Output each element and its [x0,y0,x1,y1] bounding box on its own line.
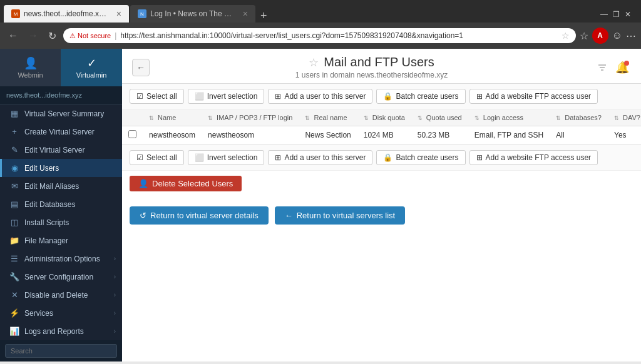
forward-nav-button[interactable]: → [25,29,41,43]
batch-create-label-bottom: Batch create users [396,153,458,162]
th-checkbox [122,109,143,126]
tab-close-inactive[interactable]: × [243,9,248,19]
sidebar-item-disable-and-delete[interactable]: ✕ Disable and Delete › [0,286,122,304]
sidebar-item-file-manager[interactable]: 📁 File Manager [0,231,122,250]
th-realname: ⇅ Real name [299,109,357,126]
edit-databases-icon: ▤ [9,200,19,209]
create-virtual-server-icon: + [9,127,19,136]
address-bar-row: ← → ↻ ⚠ Not secure | ☆ ☆ A ☺ ⋯ [0,23,641,49]
sidebar-item-virtual-server-summary[interactable]: ▦ Virtual Server Summary [0,104,122,123]
add-ftp-button-top[interactable]: ⊞ Add a website FTP access user [469,89,598,104]
add-ftp-label-top: Add a website FTP access user [486,92,592,101]
filter-button[interactable] [593,59,611,76]
page-title-text: Mail and FTP Users [324,55,434,69]
bookmark-icon[interactable]: ☆ [562,31,570,41]
star-icon[interactable]: ☆ [309,56,319,69]
sort-icon-dav: ⇅ [614,115,619,121]
sidebar-item-install-scripts[interactable]: ◫ Install Scripts [0,213,122,231]
page-subtitle: 1 users in domain news.theothersideofme.… [150,71,593,79]
add-user-button-bottom[interactable]: ⊞ Add a user to this server [268,150,372,165]
close-window-button[interactable]: ✕ [625,10,631,19]
sidebar-item-label: Edit Databases [24,200,75,209]
delete-icon: 👤 [138,179,148,188]
sort-icon-quotaused: ⇅ [418,115,423,121]
sort-icon-loginaccess: ⇅ [474,115,479,121]
cell-loginaccess: Email, FTP and SSH [468,126,550,144]
back-button[interactable]: ← [132,59,150,76]
select-all-label-top: Select all [146,92,177,101]
extensions-button[interactable]: ☆ [580,30,588,42]
address-bar[interactable]: ⚠ Not secure | ☆ [63,28,576,43]
webmin-icon: 👤 [5,56,56,70]
minimize-button[interactable]: — [600,10,608,19]
sidebar-item-create-virtual-server[interactable]: + Create Virtual Server [0,123,122,141]
page-title: ☆ Mail and FTP Users [150,55,593,69]
main-inner: ← ☆ Mail and FTP Users 1 users in domain… [122,49,641,361]
webmin-label: Webmin [5,71,56,79]
delete-label: Delete Selected Users [152,179,233,188]
delete-button-row: 👤 Delete Selected Users [122,170,641,196]
sidebar-item-edit-users[interactable]: ◉ Edit Users [0,159,122,177]
add-ftp-button-bottom[interactable]: ⊞ Add a website FTP access user [469,150,598,165]
sidebar-item-server-configuration[interactable]: 🔧 Server Configuration › [0,268,122,286]
add-ftp-label-bottom: Add a website FTP access user [486,153,592,162]
top-toolbar: ☑ Select all ⬜ Invert selection ⊞ Add a … [122,84,641,109]
sidebar-item-edit-virtual-server[interactable]: ✎ Edit Virtual Server [0,141,122,159]
add-ftp-icon-top: ⊞ [476,92,483,101]
menu-button[interactable]: ⋯ [626,30,636,42]
sort-icon-login: ⇅ [208,115,213,121]
new-tab-button[interactable]: + [257,9,271,23]
return-to-servers-list-button[interactable]: ← Return to virtual servers list [275,206,406,225]
add-user-label-bottom: Add a user to this server [284,153,366,162]
disable-and-delete-arrow: › [114,291,116,298]
delete-selected-users-button[interactable]: 👤 Delete Selected Users [130,176,242,191]
notification-bell-button[interactable]: 🔔 [613,59,631,76]
return-to-server-details-button[interactable]: ↺ Return to virtual server details [130,206,269,225]
sort-icon-realname: ⇅ [305,115,310,121]
webmin-tab[interactable]: 👤 Webmin [0,49,61,86]
bottom-toolbar: ☑ Select all ⬜ Invert selection ⊞ Add a … [122,144,641,170]
browser-tab-active[interactable]: M news.theot...ideofme.xyz - Mail ... × [4,5,129,23]
batch-create-label: Batch create users [396,92,458,101]
select-all-button-bottom[interactable]: ☑ Select all [130,150,184,165]
server-configuration-icon: 🔧 [9,272,19,281]
tab-title-inactive: Log In • News on The Other Side... [150,9,237,18]
virtualmin-tab[interactable]: ✓ Virtualmin [61,49,122,86]
server-configuration-arrow: › [114,273,116,280]
return-details-label: Return to virtual server details [150,211,259,220]
sidebar-item-label: Edit Virtual Server [24,146,85,154]
reload-button[interactable]: ↻ [45,29,59,43]
sidebar-item-edit-mail-aliases[interactable]: ✉ Edit Mail Aliases [0,177,122,195]
sidebar-item-services[interactable]: ⚡ Services › [0,304,122,322]
url-input[interactable] [120,31,557,40]
back-nav-button[interactable]: ← [5,29,21,43]
notification-dot [624,61,629,66]
return-list-icon: ← [285,211,293,220]
maximize-button[interactable]: ❐ [613,10,620,19]
sidebar-item-label: Disable and Delete [24,291,88,300]
sidebar-item-edit-databases[interactable]: ▤ Edit Databases [0,195,122,213]
select-all-button-top[interactable]: ☑ Select all [130,89,184,104]
sidebar-item-label: Logs and Reports [24,327,84,336]
security-warning: ⚠ Not secure [69,32,111,40]
add-ftp-icon-bottom: ⊞ [476,153,483,162]
batch-create-button-bottom[interactable]: 🔒 Batch create users [376,150,465,165]
tab-close-active[interactable]: × [116,9,121,19]
add-user-button-top[interactable]: ⊞ Add a user to this server [268,89,372,104]
invert-selection-button-top[interactable]: ⬜ Invert selection [188,89,265,104]
sidebar-item-label: Server Configuration [24,273,93,281]
row-checkbox[interactable] [128,130,136,138]
batch-create-button[interactable]: 🔒 Batch create users [376,89,465,104]
profile-avatar[interactable]: A [592,28,608,44]
edit-virtual-server-icon: ✎ [9,145,19,154]
browser-toolbar-icons: ☆ A ☺ ⋯ [580,28,636,44]
emoji-button[interactable]: ☺ [612,30,622,41]
sidebar-item-label: Services [24,309,53,318]
sidebar-item-administration-options[interactable]: ☰ Administration Options › [0,250,122,268]
sidebar-item-logs-and-reports[interactable]: 📊 Logs and Reports › [0,322,122,340]
invert-selection-button-bottom[interactable]: ⬜ Invert selection [188,150,265,165]
row-checkbox-cell[interactable] [122,126,143,144]
sidebar-search-input[interactable] [5,344,117,358]
browser-tab-inactive[interactable]: N Log In • News on The Other Side... × [130,5,255,23]
services-arrow: › [114,310,116,316]
